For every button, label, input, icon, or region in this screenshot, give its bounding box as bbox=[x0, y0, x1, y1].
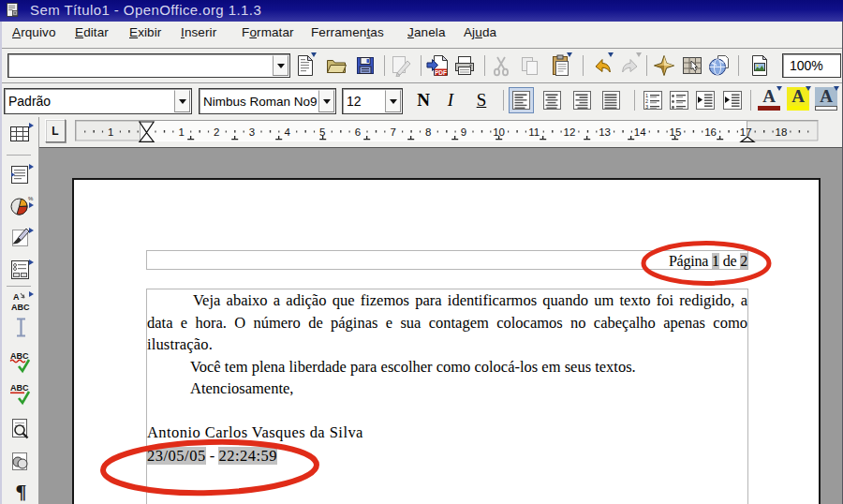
svg-text:12: 12 bbox=[564, 126, 576, 138]
svg-text:ABC: ABC bbox=[10, 383, 29, 393]
svg-text:1: 1 bbox=[178, 126, 184, 138]
svg-text:18: 18 bbox=[776, 126, 788, 138]
svg-text:4: 4 bbox=[284, 126, 290, 138]
svg-text:8: 8 bbox=[425, 126, 431, 138]
svg-text:ABC: ABC bbox=[10, 351, 29, 361]
svg-text:9: 9 bbox=[461, 126, 466, 138]
svg-text:3: 3 bbox=[645, 104, 648, 110]
svg-text:A: A bbox=[13, 292, 20, 302]
svg-text:ABC: ABC bbox=[11, 303, 30, 312]
svg-text:14: 14 bbox=[634, 126, 646, 138]
svg-text:16: 16 bbox=[704, 126, 717, 138]
svg-text:%: % bbox=[28, 196, 34, 201]
svg-text:11: 11 bbox=[528, 126, 540, 138]
svg-text:17: 17 bbox=[740, 126, 752, 138]
svg-text:6: 6 bbox=[355, 126, 361, 138]
svg-text:PDF: PDF bbox=[435, 69, 447, 76]
svg-text:2: 2 bbox=[214, 126, 219, 138]
svg-text:13: 13 bbox=[599, 126, 611, 138]
svg-text:7: 7 bbox=[390, 126, 395, 138]
svg-text:1: 1 bbox=[108, 126, 113, 138]
svg-text:3: 3 bbox=[249, 126, 255, 138]
